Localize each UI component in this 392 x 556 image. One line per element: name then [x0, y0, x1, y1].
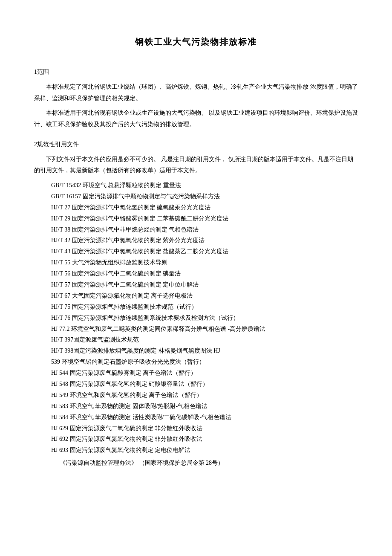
bottom-ref: 《污染源自动监控管理办法》 （国家环境保护总局令第 28号） — [60, 458, 358, 469]
list-item: HJ/T 75 固定污染源烟气排放连续监测技术规范（试行） — [51, 301, 358, 313]
section-1-heading: 1范围 — [34, 67, 358, 77]
list-item: HJ/T 76 固定污染源烟气排放连续监测系统技术要求及检测方法（试行） — [51, 313, 358, 324]
list-item: HJ 693 固定污染源废气氮氧化物的测定 定电位电解法 — [51, 445, 358, 456]
list-item: HJ 544 固定污染源废气硫酸雾测定 离子色谱法（暂行） — [51, 368, 358, 379]
list-item: HJ 549 环境空气和废气氯化氢的测定 离子色谱法（暂行） — [51, 390, 358, 401]
list-item: HJ/T 43 固定污染源排气中氮氧化物的测定 盐酸萘乙二胺分光光度法 — [51, 246, 358, 257]
section-2: 2规范性引用文件 下列文件对于本文件的应用是必不可少的。 凡是注日期的引用文件，… — [34, 139, 358, 469]
list-item: HJ 548 固定污染源废气氯化氢的测定 硝酸银容量法（暂行） — [51, 379, 358, 390]
list-item: GB/T 16157 固定污染源排气中颗粒物测定与气态污染物采样方法 — [51, 191, 358, 202]
list-item: HJ/T 27 固定污染源排气中氯化氢的测定 硫氧酸汞分光光度法 — [51, 202, 358, 213]
list-item: HJ/T 57 固定污染源排气中二氧化硫的测定 定巾位巾解法 — [51, 279, 358, 290]
list-item: HJ/T 397固定源废气监测技术规范 — [51, 334, 358, 345]
list-item: HJ/T 42 固定污染源排气中氮氧化物的测定 紫外分光光度法 — [51, 235, 358, 246]
list-item: HJ 692 固定污染源废气氮氧化物的测定 非分散红外吸收法 — [51, 434, 358, 445]
list-item: HJ/T 67 大气固定污染源氟化物的测定 离子选择电极法 — [51, 290, 358, 301]
list-item: 539 环境空气铅的测定石墨炉原子吸收分光光度法（暂行） — [51, 356, 358, 368]
list-item: HJ/T 38 固定污染源排气中非甲烷总烃的测定 气相色谱法 — [51, 224, 358, 235]
list-item: HJ 629 固定污染源废气二氧化硫的测定 非分散红外吸收法 — [51, 423, 358, 434]
list-item: GB/T 15432 环境空气 总悬浮颗粒物的测定 重量法 — [51, 180, 358, 191]
list-item: HJ/T 55 大气污染物无组织排放监测技术导则 — [51, 257, 358, 268]
list-item: HJ 583 环境空气 苯系物的测定 固体吸附/热脱附-气相色谱法 — [51, 401, 358, 412]
ref-list: GB/T 15432 环境空气 总悬浮颗粒物的测定 重量法GB/T 16157 … — [34, 180, 358, 456]
section-2-heading: 2规范性引用文件 — [34, 139, 358, 150]
list-item: HJ/T 29 固定污染源排气中铬酸雾的测定 二苯基碳酰二肼分光光度法 — [51, 213, 358, 224]
page-title: 钢铁工业大气污染物排放标准 — [34, 34, 358, 49]
list-item: HJ/T 398固定污染源排放烟气黑度的测定 林格曼烟气黑度图法 HJ — [51, 345, 358, 356]
list-item: HJ/T 56 固定污染源排气中二氧化硫的测定 碘量法 — [51, 268, 358, 279]
section-1-para-2: 本标准适用于河北省现有钢铁企业或生产设施的大气污染物、 以及钢铁工业建设项目的环… — [34, 107, 358, 130]
section-1-para-1: 本标准规定了河北省钢铁工业烧结（球团）、高炉炼铁、炼钢、热轧、冷轧生产企业大气污… — [34, 81, 358, 104]
list-item: HJ 77.2 环境空气和废气二噁英类的测定同位素稀释高分辨气相色谱 -高分辨质… — [51, 324, 358, 335]
section-2-intro: 下列文件对于本文件的应用是必不可少的。 凡是注日期的引用文件， 仅所注日期的版本… — [34, 154, 358, 177]
section-1: 1范围 本标准规定了河北省钢铁工业烧结（球团）、高炉炼铁、炼钢、热轧、冷轧生产企… — [34, 67, 358, 130]
list-item: HJ 584 环境空气 苯系物的测定 活性炭吸附/二硫化碳解吸-气相色谱法 — [51, 412, 358, 423]
